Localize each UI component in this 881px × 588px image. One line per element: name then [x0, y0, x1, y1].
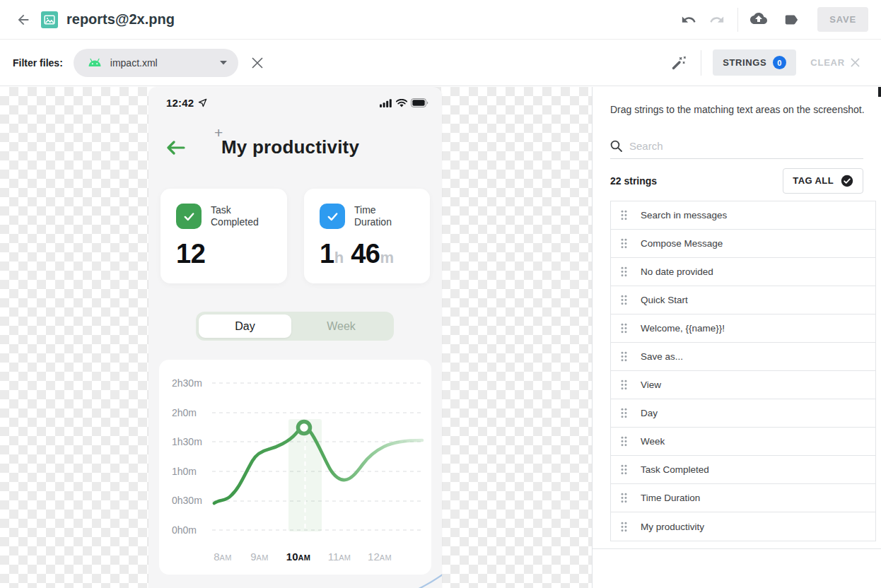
- wifi-icon: [396, 99, 407, 107]
- close-icon: [252, 57, 263, 69]
- strings-list: Search in messages Compose Message No da…: [610, 201, 876, 541]
- line-chart: [159, 360, 431, 575]
- time-duration-card: Time Duration 1h 46m: [304, 189, 430, 283]
- top-bar: reports@2x.png SAVE: [0, 0, 881, 40]
- x-axis-tick: 10AM: [286, 551, 310, 563]
- x-axis-tick: 12AM: [368, 551, 392, 563]
- string-list-item[interactable]: View: [611, 371, 875, 399]
- drag-handle-icon[interactable]: [620, 464, 628, 475]
- green-back-arrow-icon: [164, 139, 187, 156]
- string-label: Week: [641, 436, 665, 447]
- panel-instruction: Drag strings to the matching text areas …: [610, 104, 865, 115]
- redo-icon: [709, 12, 725, 28]
- phone-screenshot[interactable]: 12:42: [148, 87, 442, 588]
- toggle-week[interactable]: Week: [291, 314, 391, 338]
- string-label: View: [641, 380, 661, 390]
- string-list-item[interactable]: My productivity: [611, 512, 875, 541]
- strings-panel: Drag strings to the matching text areas …: [592, 87, 881, 588]
- string-label: Compose Message: [641, 238, 723, 249]
- filter-files-label: Filter files:: [13, 57, 63, 69]
- tag-button[interactable]: [781, 9, 802, 30]
- string-label: My productivity: [641, 522, 704, 532]
- string-list-item[interactable]: Compose Message: [611, 230, 875, 258]
- card-label: Time Duration: [354, 204, 408, 228]
- x-axis-tick: 8AM: [214, 551, 231, 563]
- screenshot-canvas[interactable]: 12:42: [0, 87, 592, 588]
- clear-x-icon: [851, 58, 860, 67]
- check-circle-icon: [841, 175, 853, 187]
- back-arrow-icon: [16, 12, 31, 28]
- signal-icon: [380, 99, 392, 107]
- search-input[interactable]: [629, 140, 863, 152]
- filter-bar-actions: STRINGS 0 CLEAR: [668, 49, 860, 76]
- remove-filter-button[interactable]: [248, 54, 267, 72]
- redo-button[interactable]: [706, 9, 728, 30]
- string-list-item[interactable]: Save as...: [611, 343, 875, 371]
- drag-handle-icon[interactable]: [620, 323, 628, 334]
- string-label: Save as...: [641, 351, 683, 362]
- check-icon: [176, 204, 202, 229]
- drag-handle-icon[interactable]: [620, 351, 628, 362]
- string-list-item[interactable]: Search in messages: [611, 201, 875, 230]
- top-bar-actions: SAVE: [678, 7, 868, 32]
- file-filter-dropdown[interactable]: impact.xml: [74, 49, 238, 77]
- string-label: Day: [641, 408, 658, 418]
- x-axis-tick: 9AM: [250, 551, 268, 563]
- x-axis: 8AM9AM10AM11AM12AM: [159, 551, 431, 565]
- drag-handle-icon[interactable]: [620, 522, 628, 532]
- string-label: Time Duration: [641, 493, 700, 503]
- task-completed-card: Task Completed 12: [161, 189, 287, 283]
- y-axis-tick: 2h0m: [172, 407, 197, 418]
- string-list-item[interactable]: Quick Start: [611, 286, 875, 314]
- toggle-day[interactable]: Day: [199, 314, 291, 338]
- phone-back-button[interactable]: [164, 139, 187, 156]
- upload-button[interactable]: [748, 9, 769, 30]
- status-time: 12:42: [166, 97, 194, 109]
- filter-bar: Filter files: impact.xml: [0, 40, 881, 86]
- tag-all-button[interactable]: TAG ALL: [783, 168, 863, 194]
- selected-file-label: impact.xml: [110, 57, 158, 69]
- string-list-item[interactable]: Welcome, {{name}}!: [611, 314, 875, 343]
- productivity-chart-card: 2h30m2h0m1h30m1h0m0h30m0h0m 8AM9AM10AM11…: [159, 360, 431, 575]
- y-axis-tick: 0h30m: [172, 495, 202, 506]
- file-title: reports@2x.png: [66, 11, 175, 28]
- undo-icon: [681, 12, 696, 28]
- search-icon: [610, 140, 622, 152]
- count-row: 22 strings TAG ALL: [610, 168, 863, 193]
- back-button[interactable]: [13, 9, 34, 30]
- scrollbar-thumb[interactable]: [878, 87, 881, 97]
- drag-handle-icon[interactable]: [620, 436, 628, 447]
- label-icon: [783, 12, 799, 28]
- y-axis-tick: 1h30m: [172, 436, 202, 447]
- strings-tab-button[interactable]: STRINGS 0: [713, 49, 796, 76]
- x-axis-tick: 11AM: [328, 551, 351, 563]
- string-list-item[interactable]: Time Duration: [611, 484, 875, 512]
- clear-button[interactable]: CLEAR: [810, 57, 860, 68]
- drag-handle-icon[interactable]: [620, 210, 628, 220]
- drag-handle-icon[interactable]: [620, 493, 628, 503]
- chevron-down-icon: [220, 61, 227, 65]
- drag-handle-icon[interactable]: [620, 266, 628, 277]
- screenshot-editor-app: reports@2x.png SAVE Filter files:: [0, 0, 881, 588]
- auto-tag-button[interactable]: [668, 52, 689, 74]
- card-value: 12: [176, 239, 287, 269]
- string-list-item[interactable]: Task Completed: [611, 456, 875, 484]
- string-label: Welcome, {{name}}!: [641, 323, 725, 334]
- drag-handle-icon[interactable]: [620, 295, 628, 305]
- y-axis-tick: 0h0m: [172, 524, 197, 536]
- panel-bottom-divider: [593, 548, 881, 549]
- drag-handle-icon[interactable]: [620, 408, 628, 418]
- string-list-item[interactable]: No date provided: [611, 258, 875, 286]
- y-axis-tick: 1h0m: [172, 466, 197, 477]
- drag-handle-icon[interactable]: [620, 380, 628, 390]
- undo-button[interactable]: [678, 9, 699, 30]
- magic-wand-icon: [670, 54, 687, 71]
- string-label: Task Completed: [641, 464, 709, 475]
- save-button[interactable]: SAVE: [817, 7, 868, 32]
- string-label: Search in messages: [641, 210, 727, 220]
- string-list-item[interactable]: Day: [611, 399, 875, 428]
- drag-handle-icon[interactable]: [620, 238, 628, 249]
- search-row: [610, 134, 863, 159]
- period-toggle: Day Week: [196, 312, 394, 341]
- string-list-item[interactable]: Week: [611, 428, 875, 456]
